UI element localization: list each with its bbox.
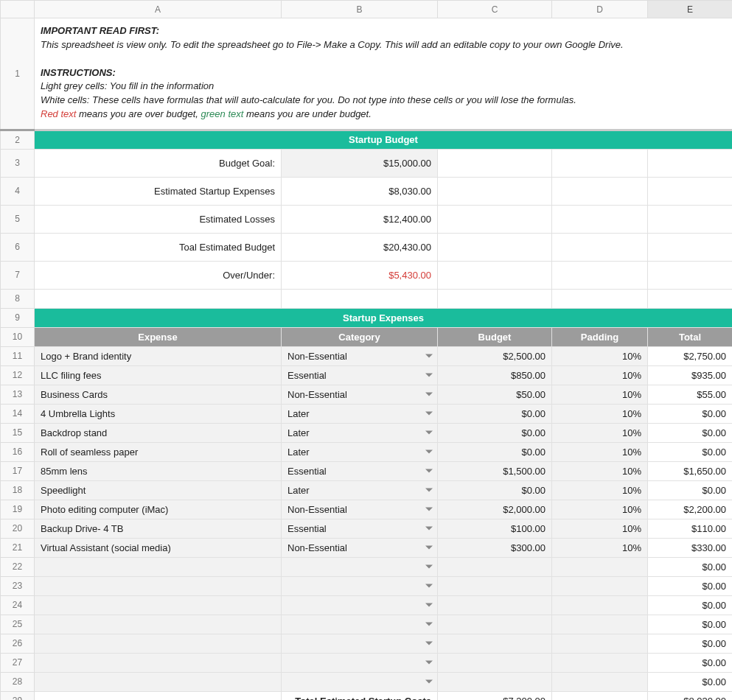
expense-name[interactable]: Backup Drive- 4 TB [35, 519, 282, 538]
total-value[interactable]: $0.00 [648, 595, 733, 615]
padding-value[interactable] [552, 576, 648, 595]
row-header[interactable]: 24 [1, 595, 35, 615]
total-value[interactable]: $2,750.00 [648, 346, 733, 365]
summary-value[interactable]: $20,430.00 [282, 233, 438, 261]
category-dropdown[interactable]: Non-Essential [282, 385, 438, 404]
cell[interactable] [282, 289, 438, 308]
category-dropdown[interactable] [282, 653, 438, 672]
category-dropdown[interactable]: Essential [282, 519, 438, 538]
padding-value[interactable]: 10% [552, 385, 648, 404]
cell[interactable] [552, 289, 648, 308]
row-header[interactable]: 15 [1, 423, 35, 442]
expense-name[interactable]: Speedlight [35, 480, 282, 500]
expense-name[interactable]: Roll of seamless paper [35, 442, 282, 461]
total-value[interactable]: $2,200.00 [648, 500, 733, 519]
row-header[interactable]: 17 [1, 461, 35, 480]
category-dropdown[interactable]: Essential [282, 461, 438, 480]
padding-value[interactable] [552, 672, 648, 691]
totals-label[interactable]: Total Estimated Startup Costs [282, 691, 438, 700]
cell[interactable] [552, 177, 648, 205]
expense-name[interactable]: 4 Umbrella Lights [35, 404, 282, 423]
row-header[interactable]: 4 [1, 177, 35, 205]
row-header[interactable]: 11 [1, 346, 35, 365]
total-value[interactable]: $1,650.00 [648, 461, 733, 480]
padding-value[interactable]: 10% [552, 500, 648, 519]
total-value[interactable]: $0.00 [648, 634, 733, 653]
expense-name[interactable]: LLC filing fees [35, 365, 282, 385]
total-value[interactable]: $0.00 [648, 672, 733, 691]
total-value[interactable]: $0.00 [648, 576, 733, 595]
summary-label[interactable]: Budget Goal: [35, 149, 282, 177]
col-header-d[interactable]: D [552, 1, 648, 18]
cell[interactable] [438, 261, 552, 289]
padding-value[interactable]: 10% [552, 480, 648, 500]
row-header[interactable]: 8 [1, 289, 35, 308]
cell[interactable] [648, 205, 733, 233]
row-header[interactable]: 5 [1, 205, 35, 233]
category-dropdown[interactable] [282, 615, 438, 634]
cell[interactable] [552, 205, 648, 233]
expense-name[interactable]: Logo + Brand identity [35, 346, 282, 365]
total-value[interactable]: $0.00 [648, 442, 733, 461]
row-header[interactable]: 20 [1, 519, 35, 538]
row-header[interactable]: 21 [1, 538, 35, 557]
category-dropdown[interactable]: Later [282, 404, 438, 423]
summary-value[interactable]: $12,400.00 [282, 205, 438, 233]
summary-value[interactable]: $8,030.00 [282, 177, 438, 205]
padding-value[interactable]: 10% [552, 423, 648, 442]
cell[interactable] [438, 289, 552, 308]
budget-value[interactable]: $850.00 [438, 365, 552, 385]
expense-name[interactable] [35, 576, 282, 595]
budget-value[interactable]: $2,500.00 [438, 346, 552, 365]
budget-value[interactable]: $0.00 [438, 404, 552, 423]
row-header[interactable]: 19 [1, 500, 35, 519]
row-header[interactable]: 12 [1, 365, 35, 385]
row-header[interactable]: 10 [1, 327, 35, 346]
select-all-corner[interactable] [1, 1, 35, 18]
summary-value[interactable]: $5,430.00 [282, 261, 438, 289]
budget-value[interactable]: $1,500.00 [438, 461, 552, 480]
row-header[interactable]: 1 [1, 18, 35, 130]
total-value[interactable]: $0.00 [648, 423, 733, 442]
cell[interactable] [648, 177, 733, 205]
padding-value[interactable] [552, 634, 648, 653]
expense-name[interactable]: Photo editing computer (iMac) [35, 500, 282, 519]
summary-label[interactable]: Over/Under: [35, 261, 282, 289]
budget-value[interactable] [438, 672, 552, 691]
section-header-startup-budget[interactable]: Startup Budget [35, 130, 733, 149]
padding-value[interactable] [552, 653, 648, 672]
cell[interactable] [552, 261, 648, 289]
budget-value[interactable]: $0.00 [438, 442, 552, 461]
table-column-header[interactable]: Budget [438, 327, 552, 346]
cell[interactable] [552, 233, 648, 261]
padding-value[interactable] [552, 595, 648, 615]
category-dropdown[interactable]: Later [282, 423, 438, 442]
total-value[interactable]: $0.00 [648, 480, 733, 500]
row-header[interactable]: 28 [1, 672, 35, 691]
row-header[interactable]: 2 [1, 130, 35, 149]
col-header-c[interactable]: C [438, 1, 552, 18]
cell[interactable] [648, 149, 733, 177]
table-column-header[interactable]: Expense [35, 327, 282, 346]
summary-label[interactable]: Estimated Losses [35, 205, 282, 233]
budget-value[interactable] [438, 615, 552, 634]
padding-value[interactable]: 10% [552, 538, 648, 557]
col-header-a[interactable]: A [35, 1, 282, 18]
cell[interactable] [648, 233, 733, 261]
budget-value[interactable]: $100.00 [438, 519, 552, 538]
expense-name[interactable] [35, 653, 282, 672]
budget-value[interactable] [438, 576, 552, 595]
cell[interactable] [35, 289, 282, 308]
table-column-header[interactable]: Category [282, 327, 438, 346]
padding-value[interactable]: 10% [552, 461, 648, 480]
cell[interactable] [552, 149, 648, 177]
instructions-block[interactable]: IMPORTANT READ FIRST:This spreadsheet is… [35, 18, 733, 130]
budget-value[interactable] [438, 634, 552, 653]
row-header[interactable]: 13 [1, 385, 35, 404]
category-dropdown[interactable]: Later [282, 480, 438, 500]
cell[interactable] [438, 149, 552, 177]
padding-value[interactable]: 10% [552, 365, 648, 385]
cell[interactable] [648, 261, 733, 289]
expense-name[interactable]: Virtual Assistant (social media) [35, 538, 282, 557]
total-value[interactable]: $330.00 [648, 538, 733, 557]
